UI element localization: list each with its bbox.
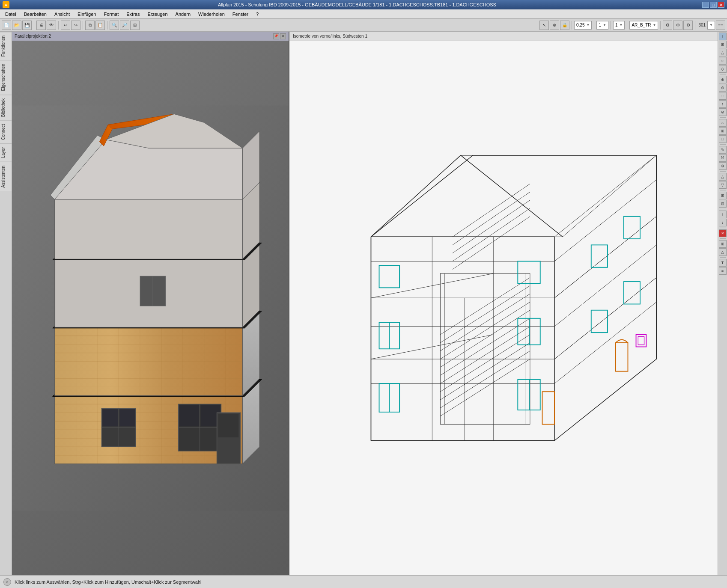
menu-fenster[interactable]: Fenster	[229, 11, 252, 18]
app-icon: A	[3, 1, 9, 8]
scale-dropdown[interactable]: 1 ▼	[596, 21, 608, 30]
right-btn-15[interactable]: ⌘	[719, 154, 727, 162]
right-btn-12[interactable]: ⊞	[719, 127, 727, 135]
right-btn-20[interactable]: ⊟	[719, 200, 727, 208]
copy-button[interactable]: ⧉	[85, 21, 95, 30]
viewport-3d-title: Parallelprojektion:2	[15, 34, 51, 39]
print-button[interactable]: 🖨	[36, 21, 46, 30]
sep4	[107, 21, 107, 30]
zoom-in-button[interactable]: 🔍	[110, 21, 119, 30]
redo-button[interactable]: ↪	[71, 21, 80, 30]
right-btn-22[interactable]: ↓	[719, 219, 727, 226]
right-btn-red[interactable]: ✕	[719, 229, 727, 237]
right-btn-14[interactable]: ✎	[719, 146, 727, 154]
linewidth-dropdown[interactable]: 0.25 ▼	[574, 21, 592, 30]
right-btn-11[interactable]: ⌂	[719, 119, 727, 127]
right-btn-10[interactable]: ⊗	[719, 108, 727, 116]
sep6	[572, 21, 572, 30]
layer-dropdown[interactable]: 1 ▼	[613, 21, 625, 30]
sidebar-layer[interactable]: Layer	[0, 143, 12, 161]
vp-pin-button[interactable]: 📌	[273, 33, 279, 39]
drawing-dropdown[interactable]: ▼	[707, 21, 715, 30]
snap-button[interactable]: ⊕	[550, 21, 559, 30]
right-btn-25[interactable]: T	[719, 259, 727, 267]
svg-rect-53	[102, 409, 118, 426]
right-btn-23[interactable]: ⊞	[719, 240, 727, 248]
right-btn-4[interactable]: ○	[719, 57, 727, 65]
menu-bearbeiten[interactable]: Bearbeiten	[21, 11, 50, 18]
right-btn-5[interactable]: ◇	[719, 65, 727, 73]
menu-einfuegen[interactable]: Einfügen	[74, 11, 99, 18]
viewport-wire-header: Isometrie von vorne/links, Südwesten 1	[289, 32, 718, 41]
sidebar-eigenschaften[interactable]: Eigenschaften	[0, 60, 12, 94]
zoom-fit-button[interactable]: ⊞	[130, 21, 140, 30]
right-btn-19[interactable]: ⊞	[719, 192, 727, 199]
open-button[interactable]: 📂	[12, 21, 21, 30]
right-sep2	[720, 117, 726, 118]
menu-format[interactable]: Format	[100, 11, 122, 18]
right-btn-17[interactable]: △	[719, 173, 727, 181]
settings2-button[interactable]: ⚙	[673, 21, 682, 30]
settings3-button[interactable]: ⚙	[683, 21, 693, 30]
right-btn-16[interactable]: ⚙	[719, 162, 727, 170]
vp-close-button[interactable]: ✕	[280, 33, 286, 39]
menu-extras[interactable]: Extras	[123, 11, 143, 18]
drawing-btn[interactable]: ≡≡	[716, 21, 725, 30]
status-message: Klick links zum Auswählen, Strg+Klick zu…	[15, 579, 202, 585]
penstyle-value: AR_B_TR	[632, 23, 651, 27]
menu-ansicht[interactable]: Ansicht	[51, 11, 73, 18]
sep8	[611, 21, 611, 30]
right-btn-21[interactable]: ↑	[719, 211, 727, 218]
lock-button[interactable]: 🔒	[560, 21, 569, 30]
viewport-3d[interactable]: Parallelprojektion:2 📌 ✕	[12, 32, 289, 575]
close-button[interactable]: ✕	[718, 2, 724, 8]
title-bar: A Allplan 2015 - Schulung IBD 2009-2015 …	[0, 0, 727, 9]
menu-datei[interactable]: Datei	[2, 11, 20, 18]
right-btn-7[interactable]: ⊖	[719, 84, 727, 92]
paste-button[interactable]: 📋	[95, 21, 105, 30]
svg-rect-64	[289, 74, 718, 542]
svg-marker-42	[55, 199, 243, 259]
right-sep6	[720, 209, 726, 209]
zoom-out-button[interactable]: 🔎	[120, 21, 129, 30]
svg-rect-54	[119, 409, 135, 426]
right-btn-9[interactable]: ↕	[719, 100, 727, 108]
preview-button[interactable]: 👁	[47, 21, 56, 30]
sidebar-connect[interactable]: Connect	[0, 120, 12, 143]
menu-aendern[interactable]: Ändern	[172, 11, 194, 18]
sep3	[83, 21, 83, 30]
penstyle-dropdown[interactable]: AR_B_TR ▼	[629, 21, 658, 30]
right-btn-6[interactable]: ⊕	[719, 76, 727, 83]
right-btn-24[interactable]: △	[719, 248, 727, 256]
undo-button[interactable]: ↩	[61, 21, 70, 30]
right-btn-26[interactable]: ≡	[719, 267, 727, 275]
sep7	[594, 21, 594, 30]
status-icon[interactable]: ○	[3, 578, 11, 586]
right-btn-3[interactable]: △	[719, 49, 727, 56]
maximize-button[interactable]: □	[710, 2, 717, 8]
sidebar-funktionen[interactable]: Funktionen	[0, 32, 12, 60]
sidebar-bibliothek[interactable]: Bibliothek	[0, 95, 12, 120]
right-btn-8[interactable]: ↔	[719, 92, 727, 100]
right-btn-2[interactable]: ⊞	[719, 41, 727, 48]
menu-help[interactable]: ?	[253, 11, 262, 18]
save-button[interactable]: 💾	[22, 21, 32, 30]
menu-bar: Datei Bearbeiten Ansicht Einfügen Format…	[0, 9, 727, 19]
right-sep3	[720, 144, 726, 145]
right-btn-1[interactable]: ↑	[719, 33, 727, 40]
sep2	[58, 21, 59, 30]
settings1-button[interactable]: ⚙	[663, 21, 672, 30]
right-sep4	[720, 171, 726, 172]
cursor-button[interactable]: ↖	[539, 21, 549, 30]
menu-wiederholen[interactable]: Wiederholen	[195, 11, 228, 18]
sidebar-assistenten[interactable]: Assistenten	[0, 162, 12, 191]
sep1	[34, 21, 34, 30]
menu-erzeugen[interactable]: Erzeugen	[144, 11, 171, 18]
main-toolbar: 📄 📂 💾 🖨 👁 ↩ ↪ ⧉ 📋 🔍 🔎 ⊞ ↖ ⊕ 🔒 0.25 ▼ 1 ▼…	[0, 19, 727, 32]
right-btn-13[interactable]: □	[719, 135, 727, 143]
minimize-button[interactable]: −	[702, 2, 709, 8]
viewport-wireframe[interactable]: Isometrie von vorne/links, Südwesten 1 .…	[289, 32, 718, 575]
right-btn-18[interactable]: ▽	[719, 181, 727, 189]
viewport-wire-title: Isometrie von vorne/links, Südwesten 1	[293, 34, 367, 39]
new-button[interactable]: 📄	[2, 21, 11, 30]
